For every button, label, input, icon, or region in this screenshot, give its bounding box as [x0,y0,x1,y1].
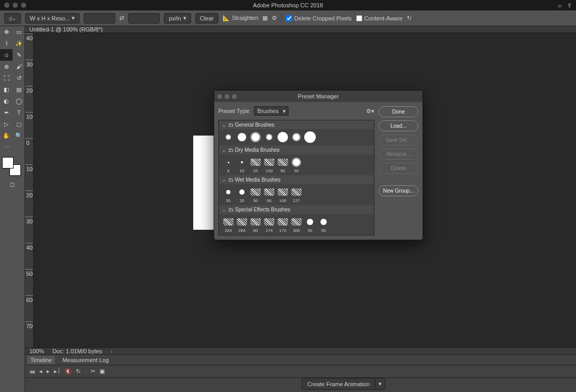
reset-icon[interactable]: ↻ [407,15,412,21]
fg-color-swatch[interactable] [2,157,14,169]
save-set-button[interactable]: Save Set... [379,135,418,145]
brush-tool[interactable]: 🖌 [13,61,25,72]
brush-preset[interactable]: 306 [290,216,303,233]
swap-icon[interactable]: ⇄ [119,15,124,21]
brush-preset[interactable]: 50 [304,216,316,233]
brush-preset[interactable] [236,131,248,143]
search-icon[interactable]: ⌕ [558,2,562,9]
create-frame-animation-button[interactable]: Create Frame Animation▾ [302,378,385,390]
preset-type-select[interactable]: Brushes ▾ [254,106,289,116]
zoom-tool[interactable]: 🔍 [13,130,25,141]
load-button[interactable]: Load... [379,120,418,131]
brush-group-head[interactable]: ⌄ 🗀 General Brushes [219,120,374,129]
brush-preset[interactable] [304,131,316,143]
tool-preset-dd[interactable]: ⟃▾ [4,13,21,24]
clear-button[interactable]: Clear [195,13,218,24]
type-tool[interactable]: T [13,107,25,118]
shape-tool[interactable]: ▢ [13,118,25,130]
hand-tool[interactable]: ✋ [0,130,13,141]
next-frame-icon[interactable]: ▸⏐ [54,368,60,375]
stamp-tool[interactable]: ⛶ [0,72,13,84]
dialog-titlebar[interactable]: Preset Manager [214,91,423,102]
rename-button[interactable]: Rename... [379,149,418,160]
blur-tool[interactable]: ◐ [0,95,13,107]
window-controls[interactable] [4,3,26,8]
brush-group-head[interactable]: ⌄ 🗀 Wet Media Brushes [219,175,374,184]
crop-height-input[interactable] [128,13,160,24]
brush-preset[interactable]: 100 [263,156,275,173]
play-icon[interactable]: ▸ [47,368,50,375]
crop-width-input[interactable] [84,13,115,24]
delete-cropped-check[interactable]: Delete Cropped Pixels [286,15,351,21]
brush-preset[interactable]: 284 [236,216,248,233]
brush-preset[interactable] [290,131,303,143]
gradient-tool[interactable]: ▤ [13,84,25,95]
brush-preset[interactable] [249,131,262,143]
tab-timeline[interactable]: Timeline [27,356,55,364]
audio-icon[interactable]: 🔇 [64,368,72,375]
share-icon[interactable]: ⇪ [567,2,572,9]
fg-bg-swatch[interactable] [2,157,21,176]
grid-icon[interactable]: ▦ [262,15,268,21]
prev-frame-icon[interactable]: ◂ [39,368,42,375]
heal-tool[interactable]: ⊕ [0,61,13,72]
cut-icon[interactable]: ✂ [91,368,95,375]
path-tool[interactable]: ▷ [0,118,13,130]
lasso-tool[interactable]: ⌇ [0,38,13,49]
unit-dd[interactable]: px/in ▾ [164,13,191,24]
document-tab[interactable]: Untitled-1 @ 100% (RGB/8*) [29,26,103,32]
content-aware-check[interactable]: Content-Aware [356,15,403,21]
max-dot[interactable] [21,3,26,8]
brush-preset[interactable]: 60 [263,186,275,203]
pen-tool[interactable]: ✒ [0,107,13,118]
gear-icon[interactable]: ⚙▾ [366,108,374,115]
new-group-button[interactable]: New Group... [379,185,418,196]
doc-size[interactable]: Doc: 1.01M/0 bytes [52,348,102,354]
done-button[interactable]: Done [379,106,418,117]
delete-button[interactable]: Delete [379,163,418,174]
brush-preset[interactable] [222,131,235,143]
brush-preset[interactable]: 175 [276,216,289,233]
quickmask-icon[interactable]: ◻ [0,180,25,189]
marquee-tool[interactable]: ▭ [13,26,25,38]
brush-preset[interactable] [263,131,275,143]
brush-preset[interactable]: 284 [222,216,235,233]
brush-preset[interactable]: 35 [236,186,248,203]
brush-preset[interactable]: 25 [249,156,262,173]
brush-preset[interactable]: 50 [249,186,262,203]
eraser-tool[interactable]: ◧ [0,84,13,95]
aspect-dd[interactable]: W x H x Reso... ▾ [25,13,80,24]
min-dot[interactable] [13,3,18,8]
brush-preset[interactable]: 8 [222,156,235,173]
brush-preset[interactable]: 127 [290,186,303,203]
crop-tool[interactable]: ⟃ [0,49,13,61]
brush-preset[interactable]: 50 [290,156,303,173]
brush-group-head[interactable]: ⌄ 🗀 Special Effects Brushes [219,205,374,214]
brush-preset[interactable] [276,131,289,143]
brush-preset[interactable]: 100 [276,186,289,203]
tab-measurement-log[interactable]: Measurement Log [59,356,112,364]
transition-icon[interactable]: ▣ [99,368,105,375]
loop-icon[interactable]: ↻ [76,368,81,375]
brush-preset[interactable]: 50 [317,216,330,233]
brush-preset[interactable]: 80 [249,216,262,233]
history-brush-tool[interactable]: ↺ [13,72,25,84]
brush-preset[interactable]: 10 [236,156,248,173]
brush-preset[interactable]: 35 [222,186,235,203]
zoom-level[interactable]: 100% [29,348,44,354]
brush-preset[interactable]: 174 [263,216,275,233]
move-tool[interactable]: ✥ [0,26,13,38]
straighten-button[interactable]: 📐Straighten [223,15,258,21]
chevron-down-icon[interactable]: ▾ [375,378,385,389]
brush-preset[interactable]: 50 [276,156,289,173]
gear-icon[interactable]: ⚙ [272,15,277,21]
status-arrow-icon[interactable]: › [110,348,113,354]
preset-list[interactable]: ⌄ 🗀 General Brushes⌄ 🗀 Dry Media Brushes… [218,120,374,236]
close-dot[interactable] [4,3,9,8]
dodge-tool[interactable]: ◯ [13,95,25,107]
brush-group-head[interactable]: ⌄ 🗀 Dry Media Brushes [219,145,374,154]
eyedropper-tool[interactable]: ✎ [13,49,25,61]
wand-tool[interactable]: ✨ [13,38,25,49]
more-tool[interactable]: ⋯ [0,141,13,153]
first-frame-icon[interactable]: ⏮ [29,368,35,375]
